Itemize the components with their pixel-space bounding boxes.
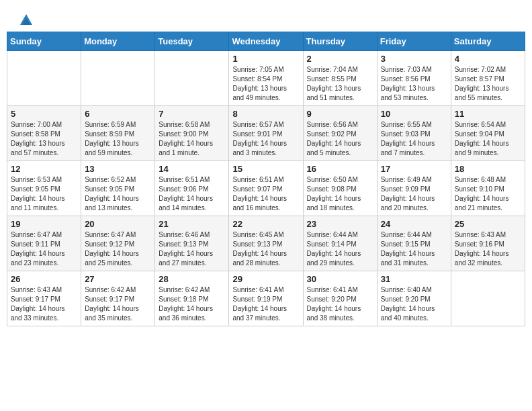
day-info: Sunrise: 6:48 AMSunset: 9:10 PMDaylight:… [455,175,521,213]
calendar-cell: 29Sunrise: 6:41 AMSunset: 9:19 PMDayligh… [229,271,303,326]
calendar-cell: 20Sunrise: 6:47 AMSunset: 9:12 PMDayligh… [81,216,155,271]
weekday-header-friday: Friday [377,32,451,50]
day-number: 13 [85,164,151,174]
day-number: 4 [455,54,521,64]
day-number: 6 [85,109,151,119]
day-number: 5 [11,109,77,119]
day-number: 20 [85,219,151,229]
calendar-cell: 24Sunrise: 6:44 AMSunset: 9:15 PMDayligh… [377,216,451,271]
calendar-cell [7,50,81,105]
calendar-cell: 14Sunrise: 6:51 AMSunset: 9:06 PMDayligh… [155,161,229,216]
calendar-cell: 5Sunrise: 7:00 AMSunset: 8:58 PMDaylight… [7,105,81,161]
calendar-cell: 13Sunrise: 6:52 AMSunset: 9:05 PMDayligh… [81,161,155,216]
calendar-cell: 11Sunrise: 6:54 AMSunset: 9:04 PMDayligh… [451,105,525,161]
day-number: 15 [232,164,299,174]
day-info: Sunrise: 6:47 AMSunset: 9:11 PMDaylight:… [11,230,77,268]
day-info: Sunrise: 6:43 AMSunset: 9:16 PMDaylight:… [455,230,521,268]
day-number: 18 [455,164,521,174]
weekday-header-sunday: Sunday [7,32,81,50]
day-info: Sunrise: 7:02 AMSunset: 8:57 PMDaylight:… [455,65,521,103]
calendar-cell: 12Sunrise: 6:53 AMSunset: 9:05 PMDayligh… [7,161,81,216]
day-info: Sunrise: 6:40 AMSunset: 9:20 PMDaylight:… [381,285,447,323]
calendar-cell: 27Sunrise: 6:42 AMSunset: 9:17 PMDayligh… [81,271,155,326]
calendar-week-row: 19Sunrise: 6:47 AMSunset: 9:11 PMDayligh… [7,216,525,271]
calendar-cell: 6Sunrise: 6:59 AMSunset: 8:59 PMDaylight… [81,105,155,161]
calendar-cell: 25Sunrise: 6:43 AMSunset: 9:16 PMDayligh… [451,216,525,271]
calendar-cell: 3Sunrise: 7:03 AMSunset: 8:56 PMDaylight… [377,50,451,105]
calendar-cell: 2Sunrise: 7:04 AMSunset: 8:55 PMDaylight… [303,50,377,105]
weekday-header-thursday: Thursday [303,32,377,50]
calendar-cell: 26Sunrise: 6:43 AMSunset: 9:17 PMDayligh… [7,271,81,326]
day-number: 14 [159,164,225,174]
calendar-cell: 28Sunrise: 6:42 AMSunset: 9:18 PMDayligh… [155,271,229,326]
calendar-cell: 16Sunrise: 6:50 AMSunset: 9:08 PMDayligh… [303,161,377,216]
calendar-cell: 7Sunrise: 6:58 AMSunset: 9:00 PMDaylight… [155,105,229,161]
day-info: Sunrise: 6:52 AMSunset: 9:05 PMDaylight:… [85,175,151,213]
calendar-cell: 21Sunrise: 6:46 AMSunset: 9:13 PMDayligh… [155,216,229,271]
day-info: Sunrise: 6:57 AMSunset: 9:01 PMDaylight:… [232,120,299,158]
day-info: Sunrise: 6:43 AMSunset: 9:17 PMDaylight:… [11,285,77,323]
calendar-cell: 18Sunrise: 6:48 AMSunset: 9:10 PMDayligh… [451,161,525,216]
page-header [7,7,525,32]
calendar-week-row: 5Sunrise: 7:00 AMSunset: 8:58 PMDaylight… [7,105,525,161]
day-number: 22 [232,219,299,229]
day-info: Sunrise: 6:53 AMSunset: 9:05 PMDaylight:… [11,175,77,213]
calendar-cell: 17Sunrise: 6:49 AMSunset: 9:09 PMDayligh… [377,161,451,216]
day-number: 25 [455,219,521,229]
day-number: 19 [11,219,77,229]
day-number: 28 [159,274,225,284]
day-info: Sunrise: 6:46 AMSunset: 9:13 PMDaylight:… [159,230,225,268]
day-number: 12 [11,164,77,174]
calendar-cell: 1Sunrise: 7:05 AMSunset: 8:54 PMDaylight… [229,50,303,105]
day-info: Sunrise: 6:42 AMSunset: 9:17 PMDaylight:… [85,285,151,323]
day-number: 31 [381,274,447,284]
day-info: Sunrise: 6:41 AMSunset: 9:19 PMDaylight:… [232,285,299,323]
day-info: Sunrise: 6:51 AMSunset: 9:07 PMDaylight:… [232,175,299,213]
day-number: 1 [232,54,299,64]
day-info: Sunrise: 6:47 AMSunset: 9:12 PMDaylight:… [85,230,151,268]
calendar-cell: 8Sunrise: 6:57 AMSunset: 9:01 PMDaylight… [229,105,303,161]
day-info: Sunrise: 7:03 AMSunset: 8:56 PMDaylight:… [381,65,447,103]
day-info: Sunrise: 6:44 AMSunset: 9:15 PMDaylight:… [381,230,447,268]
day-info: Sunrise: 6:41 AMSunset: 9:20 PMDaylight:… [307,285,373,323]
day-number: 8 [232,109,299,119]
day-info: Sunrise: 6:44 AMSunset: 9:14 PMDaylight:… [307,230,373,268]
calendar-cell [155,50,229,105]
calendar-cell: 31Sunrise: 6:40 AMSunset: 9:20 PMDayligh… [377,271,451,326]
calendar-cell: 4Sunrise: 7:02 AMSunset: 8:57 PMDaylight… [451,50,525,105]
day-number: 29 [232,274,299,284]
day-info: Sunrise: 7:04 AMSunset: 8:55 PMDaylight:… [307,65,373,103]
day-number: 3 [381,54,447,64]
logo-icon [19,13,34,28]
calendar-cell: 15Sunrise: 6:51 AMSunset: 9:07 PMDayligh… [229,161,303,216]
calendar-cell: 10Sunrise: 6:55 AMSunset: 9:03 PMDayligh… [377,105,451,161]
weekday-header-saturday: Saturday [451,32,525,50]
day-number: 23 [307,219,373,229]
weekday-header-wednesday: Wednesday [229,32,303,50]
day-number: 27 [85,274,151,284]
day-info: Sunrise: 6:59 AMSunset: 8:59 PMDaylight:… [85,120,151,158]
day-info: Sunrise: 7:00 AMSunset: 8:58 PMDaylight:… [11,120,77,158]
day-number: 16 [307,164,373,174]
day-number: 17 [381,164,447,174]
logo [13,12,34,28]
calendar-cell: 23Sunrise: 6:44 AMSunset: 9:14 PMDayligh… [303,216,377,271]
calendar-week-row: 26Sunrise: 6:43 AMSunset: 9:17 PMDayligh… [7,271,525,326]
day-info: Sunrise: 6:58 AMSunset: 9:00 PMDaylight:… [159,120,225,158]
day-info: Sunrise: 6:50 AMSunset: 9:08 PMDaylight:… [307,175,373,213]
day-number: 9 [307,109,373,119]
calendar-week-row: 12Sunrise: 6:53 AMSunset: 9:05 PMDayligh… [7,161,525,216]
calendar-cell: 30Sunrise: 6:41 AMSunset: 9:20 PMDayligh… [303,271,377,326]
day-number: 2 [307,54,373,64]
calendar-table: SundayMondayTuesdayWednesdayThursdayFrid… [7,32,525,326]
calendar-cell [451,271,525,326]
day-number: 26 [11,274,77,284]
calendar-cell: 9Sunrise: 6:56 AMSunset: 9:02 PMDaylight… [303,105,377,161]
day-info: Sunrise: 6:56 AMSunset: 9:02 PMDaylight:… [307,120,373,158]
day-number: 30 [307,274,373,284]
day-info: Sunrise: 6:55 AMSunset: 9:03 PMDaylight:… [381,120,447,158]
calendar-week-row: 1Sunrise: 7:05 AMSunset: 8:54 PMDaylight… [7,50,525,105]
calendar-header-row: SundayMondayTuesdayWednesdayThursdayFrid… [7,32,525,50]
day-info: Sunrise: 6:51 AMSunset: 9:06 PMDaylight:… [159,175,225,213]
calendar-cell: 19Sunrise: 6:47 AMSunset: 9:11 PMDayligh… [7,216,81,271]
